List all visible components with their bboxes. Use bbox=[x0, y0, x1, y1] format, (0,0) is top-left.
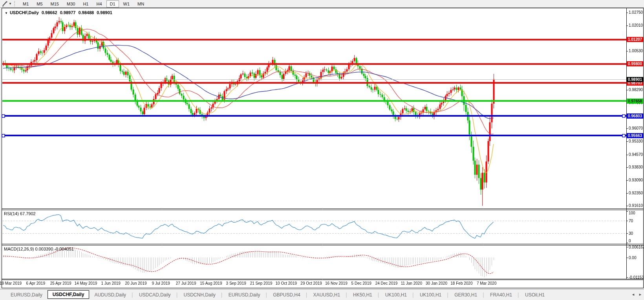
timeframe-button-m15[interactable]: M15 bbox=[47, 0, 62, 7]
timeframe-button-h1[interactable]: H1 bbox=[79, 0, 92, 7]
macd-axis-tick: 0.006167 bbox=[629, 245, 644, 249]
price-axis-tick: 1.02750 bbox=[629, 10, 643, 15]
timeframe-button-m5[interactable]: M5 bbox=[33, 0, 46, 7]
timeframe-buttons: M1M5M15M30H1H4D1W1MN bbox=[19, 0, 148, 7]
date-axis-label: 3 Sep 2019 bbox=[226, 281, 246, 285]
timeframe-button-m1[interactable]: M1 bbox=[19, 0, 32, 7]
caret-down-icon[interactable]: ▼ bbox=[5, 11, 8, 15]
price-axis-tick: 0.92350 bbox=[629, 191, 643, 195]
rsi-axis-tick: 0 bbox=[629, 239, 631, 243]
chart-plot[interactable] bbox=[0, 0, 644, 300]
chart-tab-bar: EURUSD,DailyUSDCHF,DailyAUDUSD,Daily│USD… bbox=[0, 289, 644, 300]
rsi-axis-tick: 100 bbox=[629, 211, 635, 215]
ohlc-open: 0.98662 bbox=[42, 10, 57, 15]
chart-tab-uk100-h1[interactable]: UK100,H1 bbox=[415, 291, 446, 299]
price-axis-tick: 0.95330 bbox=[629, 139, 643, 143]
timeframe-button-w1[interactable]: W1 bbox=[120, 0, 134, 7]
date-axis-label: 16 Nov 2019 bbox=[325, 281, 348, 285]
tab-separator: │ bbox=[131, 293, 134, 297]
tab-separator: │ bbox=[306, 293, 308, 297]
price-axis-tick: 0.91610 bbox=[629, 203, 643, 208]
ohlc-high: 0.98977 bbox=[60, 10, 76, 15]
date-axis-label: 9 Jul 2019 bbox=[152, 281, 170, 285]
tab-separator: │ bbox=[482, 293, 485, 297]
tab-separator: │ bbox=[377, 293, 380, 297]
date-axis-label: 30 Jan 2020 bbox=[426, 281, 447, 285]
date-axis-label: 19 Mar 2019 bbox=[0, 281, 22, 285]
chart-tabs: EURUSD,DailyUSDCHF,DailyAUDUSD,Daily│USD… bbox=[5, 291, 550, 299]
timeframe-button-mn[interactable]: MN bbox=[134, 0, 148, 7]
date-axis-label: 24 Dec 2019 bbox=[375, 281, 398, 285]
ohlc-low: 0.98488 bbox=[78, 10, 94, 15]
tab-separator: │ bbox=[345, 293, 348, 297]
level-price-badge: 0.96803 bbox=[627, 113, 643, 119]
date-axis-label: 20 Jun 2019 bbox=[125, 281, 146, 285]
toolbar-grip bbox=[14, 1, 16, 6]
chart-tab-usdcad-daily[interactable]: USDCAD,Daily bbox=[134, 291, 176, 299]
level-price-badge: 0.97658 bbox=[627, 99, 643, 104]
mt4-terminal: ▼ M1M5M15M30H1H4D1W1MN ▼USDCHF,Daily0.98… bbox=[0, 0, 644, 300]
date-axis-label: 10 Oct 2019 bbox=[276, 281, 297, 285]
tab-scroll-left-button[interactable]: ◄ bbox=[631, 293, 635, 296]
level-price-badge: 1.01207 bbox=[627, 37, 643, 42]
rsi-axis-tick: 30 bbox=[629, 231, 633, 236]
date-axis-label: 7 Mar 2020 bbox=[477, 281, 497, 285]
date-axis-label: 29 Oct 2019 bbox=[300, 281, 322, 285]
tab-separator: │ bbox=[265, 293, 268, 297]
macd-axis-tick: -0.011531 bbox=[629, 275, 644, 280]
chart-tab-gbpusd-h4[interactable]: GBPUSD,H4 bbox=[268, 291, 305, 299]
chart-tab-eurusd-daily[interactable]: EURUSD,Daily bbox=[5, 291, 48, 299]
chart-tab-audusd-daily[interactable]: AUDUSD,Daily bbox=[89, 291, 131, 299]
date-axis-label: 15 Aug 2019 bbox=[200, 281, 222, 285]
timeframe-button-h4[interactable]: H4 bbox=[93, 0, 105, 7]
chart-tab-hk50-h1[interactable]: HK50,H1 bbox=[348, 291, 377, 299]
chart-tab-eurusd-daily[interactable]: EURUSD,Daily bbox=[223, 291, 265, 299]
ohlc-close: 0.98901 bbox=[97, 10, 112, 15]
price-axis-tick: 0.96070 bbox=[629, 126, 643, 130]
tab-separator: │ bbox=[446, 293, 449, 297]
macd-axis-tick: 0.00 bbox=[629, 256, 636, 260]
date-axis-label: 1 Jun 2019 bbox=[101, 281, 121, 285]
price-axis-tick: 0.94570 bbox=[629, 152, 643, 157]
date-axis-label: 6 Apr 2019 bbox=[26, 281, 45, 285]
date-axis-label: 27 Jul 2019 bbox=[176, 281, 196, 285]
date-axis-label: 5 Dec 2019 bbox=[351, 281, 371, 285]
chart-symbol-label: USDCHF,Daily bbox=[10, 10, 39, 15]
chart-tab-xauusd-h1[interactable]: XAUUSD,H1 bbox=[308, 291, 346, 299]
macd-label: MACD(12,26,9) 0.003390 -0.004051 bbox=[4, 247, 74, 251]
chart-title: ▼USDCHF,Daily0.986620.989770.984880.9890… bbox=[5, 10, 112, 15]
price-axis-tick: 0.98290 bbox=[629, 88, 643, 92]
timeframe-button-d1[interactable]: D1 bbox=[106, 0, 119, 7]
chart-tab-usdchf-daily[interactable]: USDCHF,Daily bbox=[48, 290, 90, 299]
date-axis-label: 21 Sep 2019 bbox=[250, 281, 273, 285]
date-axis-label: 14 May 2019 bbox=[74, 281, 97, 285]
chart-tab-uk100-h1[interactable]: UK100,H1 bbox=[380, 291, 412, 299]
chart-tab-usdcnh-daily[interactable]: USDCNH,Daily bbox=[179, 291, 221, 299]
price-axis-tick: 1.02010 bbox=[629, 23, 643, 27]
date-axis-label: 11 Jan 2020 bbox=[401, 281, 422, 285]
price-axis-tick: 1.00530 bbox=[629, 49, 643, 53]
level-price-badge: 0.95663 bbox=[627, 133, 643, 138]
rsi-label: RSI(14) 67.7902 bbox=[4, 211, 36, 216]
tab-scroll-right-button[interactable]: ► bbox=[639, 293, 642, 296]
tab-separator: │ bbox=[412, 293, 415, 297]
price-axis-tick: 0.93830 bbox=[629, 165, 643, 169]
date-axis-label: 18 Feb 2020 bbox=[450, 281, 472, 285]
tab-separator: │ bbox=[176, 293, 179, 297]
level-price-badge: 0.99800 bbox=[627, 61, 643, 66]
caret-down-icon[interactable]: ▼ bbox=[9, 2, 13, 5]
current-price-badge: 0.98901 bbox=[627, 77, 643, 82]
chart-tab-fra40-h1[interactable]: FRA40,H1 bbox=[485, 291, 517, 299]
timeframe-toolbar: ▼ M1M5M15M30H1H4D1W1MN bbox=[0, 0, 644, 8]
tab-separator: │ bbox=[221, 293, 223, 297]
chart-tab-ger30-h1[interactable]: GER30,H1 bbox=[449, 291, 482, 299]
date-axis-label: 25 Apr 2019 bbox=[50, 281, 71, 285]
chart-tab-usoil-h1[interactable]: USOil,H1 bbox=[520, 291, 550, 299]
price-axis-tick: 0.93090 bbox=[629, 178, 643, 182]
crosshair-pen-icon[interactable] bbox=[1, 1, 9, 7]
timeframe-button-m30[interactable]: M30 bbox=[63, 0, 79, 7]
tab-separator: │ bbox=[517, 293, 520, 297]
rsi-axis-tick: 70 bbox=[629, 219, 633, 223]
